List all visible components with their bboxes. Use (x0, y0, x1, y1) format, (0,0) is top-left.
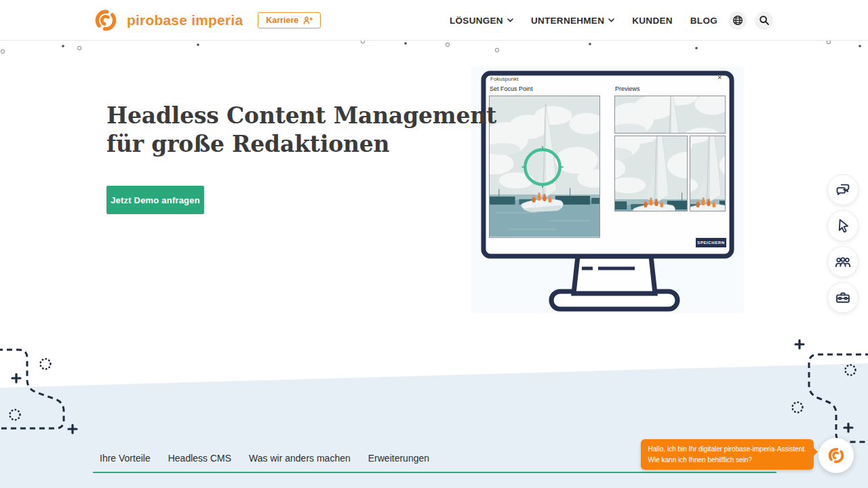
focus-point-image[interactable] (489, 96, 600, 238)
nav-item-kunden[interactable]: KUNDEN (632, 16, 673, 26)
nav-label: UNTERNEHMEN (531, 16, 604, 26)
main-nav: LÖSUNGEN UNTERNEHMEN KUNDEN BLOG (450, 12, 773, 30)
cursor-icon (834, 217, 852, 235)
hero-title-line2: für große Redaktionen (106, 130, 496, 159)
chevron-down-icon (608, 18, 614, 22)
person-plus-icon (303, 16, 313, 24)
people-icon (834, 253, 852, 270)
briefcase-shortcut-button[interactable] (827, 282, 859, 313)
pirobase-logo-icon (93, 7, 119, 33)
nav-label: KUNDEN (632, 16, 673, 26)
speichern-button[interactable]: SPEICHERN (696, 238, 726, 247)
nav-item-blog[interactable]: BLOG (690, 16, 717, 26)
people-shortcut-button[interactable] (827, 246, 859, 277)
hero-title-line1: Headless Content Management (106, 102, 496, 130)
chat-bubbles-icon (834, 181, 852, 199)
previews-label: Previews (615, 85, 640, 92)
page: pirobase imperia Karriere LÖSUNGEN (0, 0, 868, 488)
dialog-close-icon[interactable]: × (717, 74, 722, 81)
karriere-label: Karriere (266, 16, 298, 25)
nav-item-loesungen[interactable]: LÖSUNGEN (450, 16, 513, 26)
hero-title: Headless Content Management für große Re… (106, 102, 496, 159)
nav-item-unternehmen[interactable]: UNTERNEHMEN (531, 16, 614, 26)
dialog-title: Fokuspunkt (490, 76, 518, 82)
tab-ihre-vorteile[interactable]: Ihre Vorteile (100, 453, 151, 464)
tab-was-wir-anders-machen[interactable]: Was wir anders machen (249, 453, 351, 464)
brand-name: pirobase imperia (127, 12, 243, 28)
nav-label: BLOG (690, 16, 717, 26)
tab-erweiterungen[interactable]: Erweiterungen (368, 453, 429, 464)
chat-message-line1: Hallo, ich bin Ihr digitaler pirobase-im… (648, 444, 806, 455)
nav-label: LÖSUNGEN (450, 16, 503, 26)
chat-shortcut-button[interactable] (827, 174, 859, 205)
chat-launcher-button[interactable] (818, 438, 854, 473)
preview-wide-crop (614, 96, 726, 134)
demo-request-button[interactable]: Jetzt Demo anfragen (106, 186, 204, 214)
briefcase-icon (834, 289, 852, 306)
chat-assistant-bubble[interactable]: Hallo, ich bin Ihr digitaler pirobase-im… (641, 439, 814, 470)
globe-icon (732, 15, 743, 26)
karriere-button[interactable]: Karriere (258, 12, 321, 28)
tab-headless-cms[interactable]: Headless CMS (168, 453, 231, 464)
chevron-down-icon (507, 18, 513, 22)
preview-portrait-crop (614, 136, 688, 211)
site-header: pirobase imperia Karriere LÖSUNGEN (0, 0, 868, 41)
chat-message-line2: Wie kann ich Ihnen behilflich sein? (648, 455, 806, 466)
preview-narrow-crop (690, 136, 726, 211)
set-focus-point-label: Set Focus Point (490, 85, 533, 92)
search-icon (759, 15, 770, 26)
language-globe-button[interactable] (728, 12, 747, 30)
pirobase-logo-icon (827, 446, 846, 465)
brand-logo[interactable]: pirobase imperia (93, 7, 243, 33)
cursor-shortcut-button[interactable] (827, 210, 859, 241)
monitor-illustration: Fokuspunkt × Set Focus Point Previews SP… (468, 64, 746, 315)
search-button[interactable] (755, 12, 773, 30)
floating-side-toolbar (827, 174, 859, 313)
decor-dots-row (1, 39, 861, 53)
